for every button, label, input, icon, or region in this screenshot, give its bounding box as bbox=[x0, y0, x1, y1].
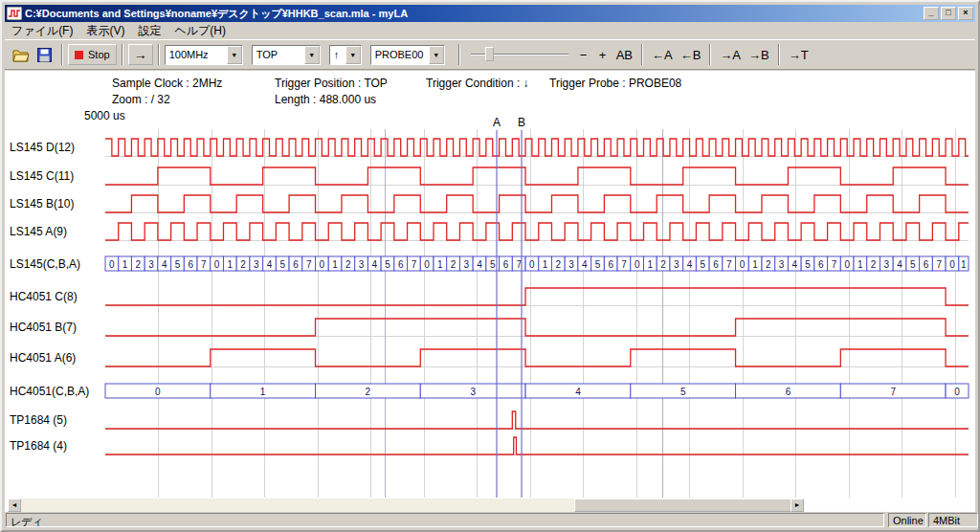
menu-item[interactable]: 設定 bbox=[131, 22, 167, 40]
toolbar-separator bbox=[122, 44, 123, 65]
menu-item[interactable]: ファイル(F) bbox=[5, 22, 79, 40]
chevron-down-icon[interactable]: ▼ bbox=[304, 46, 320, 64]
scrollbar-thumb[interactable] bbox=[574, 499, 792, 512]
toolbar-button[interactable]: →A bbox=[716, 46, 745, 64]
app-window: C:¥Documents and Settings¥noname¥デスクトップ¥… bbox=[0, 0, 980, 532]
channel-label[interactable]: LS145 A(9) bbox=[10, 225, 103, 238]
length-info: Length : 488.000 us bbox=[275, 93, 376, 106]
run-button[interactable]: → bbox=[128, 44, 153, 65]
toolbar-button[interactable]: ←A bbox=[648, 46, 677, 64]
channel-label[interactable]: HC4051 A(6) bbox=[10, 351, 103, 365]
sample-clock-info: Sample Clock : 2MHz bbox=[112, 77, 222, 90]
toolbar-button[interactable]: − bbox=[574, 46, 593, 64]
window-title: C:¥Documents and Settings¥noname¥デスクトップ¥… bbox=[25, 7, 922, 21]
toolbar-flat-buttons: −+AB←A←B→A→B→T bbox=[574, 44, 813, 65]
status-online-badge: Online bbox=[888, 513, 926, 527]
toolbar-separator bbox=[778, 44, 780, 65]
close-button[interactable]: × bbox=[958, 7, 973, 20]
trigger-probe-value: PROBE00 bbox=[371, 46, 428, 64]
statusbar: レディ Online 4MBit bbox=[5, 512, 975, 528]
stop-button-label: Stop bbox=[88, 49, 110, 60]
save-icon[interactable] bbox=[33, 45, 55, 64]
trigger-edge-select[interactable]: ↑ ▼ bbox=[329, 45, 362, 65]
sample-clock-value: 100MHz bbox=[166, 46, 212, 64]
toolbar-button[interactable]: AB bbox=[612, 46, 636, 64]
time-origin-label: 5000 us bbox=[84, 109, 125, 122]
toolbar-separator bbox=[458, 44, 460, 65]
scroll-left-icon[interactable]: ◄ bbox=[8, 499, 21, 512]
toolbar-button[interactable]: + bbox=[593, 46, 612, 64]
toolbar-button[interactable]: →T bbox=[785, 46, 813, 64]
channel-label[interactable]: TP1684 (5) bbox=[10, 413, 103, 427]
toolbar-separator bbox=[158, 44, 160, 65]
trigger-probe-info: Trigger Probe : PROBE08 bbox=[549, 77, 681, 90]
horizontal-scrollbar[interactable]: ◄ ► bbox=[8, 499, 804, 512]
app-icon bbox=[7, 7, 22, 20]
trigger-edge-value: ↑ bbox=[330, 46, 344, 64]
status-ready-text: レディ bbox=[6, 513, 884, 527]
toolbar-button[interactable]: ←B bbox=[677, 46, 705, 64]
channel-label[interactable]: HC4051 C(8) bbox=[10, 290, 103, 303]
chevron-down-icon[interactable]: ▼ bbox=[345, 46, 361, 64]
toolbar-button[interactable]: →B bbox=[745, 46, 773, 64]
trigger-position-info: Trigger Position : TOP bbox=[275, 77, 388, 90]
channel-label[interactable]: HC4051 B(7) bbox=[10, 321, 103, 334]
status-memory-badge: 4MBit bbox=[928, 513, 978, 527]
stop-button[interactable]: Stop bbox=[68, 44, 117, 65]
menu-item[interactable]: 表示(V) bbox=[79, 22, 131, 40]
scroll-right-icon[interactable]: ► bbox=[791, 499, 804, 512]
channel-label[interactable]: LS145 C(11) bbox=[10, 169, 103, 183]
menubar: ファイル(F)表示(V)設定ヘルプ(H) bbox=[5, 22, 975, 39]
trigger-position-select[interactable]: TOP ▼ bbox=[252, 45, 321, 65]
titlebar[interactable]: C:¥Documents and Settings¥noname¥デスクトップ¥… bbox=[5, 5, 975, 22]
sample-clock-select[interactable]: 100MHz ▼ bbox=[165, 45, 243, 65]
toolbar-separator bbox=[709, 44, 711, 65]
channel-label[interactable]: HC4051(C,B,A) bbox=[10, 385, 103, 398]
trigger-condition-info: Trigger Condition : ↓ bbox=[426, 77, 529, 90]
channel-label[interactable]: LS145(C,B,A) bbox=[10, 257, 103, 271]
zoom-info: Zoom : / 32 bbox=[112, 93, 170, 106]
trigger-position-value: TOP bbox=[253, 46, 281, 64]
stop-icon bbox=[75, 51, 83, 59]
minimize-button[interactable]: _ bbox=[924, 7, 939, 20]
chevron-down-icon[interactable]: ▼ bbox=[429, 46, 444, 64]
menu-item[interactable]: ヘルプ(H) bbox=[167, 22, 233, 40]
waveform-area[interactable] bbox=[105, 129, 969, 498]
chevron-down-icon[interactable]: ▼ bbox=[227, 46, 242, 64]
channel-label[interactable]: TP1684 (4) bbox=[10, 439, 103, 453]
toolbar-separator bbox=[641, 44, 643, 65]
zoom-slider[interactable] bbox=[471, 45, 568, 64]
channel-label[interactable]: LS145 B(10) bbox=[10, 197, 103, 211]
channel-label[interactable]: LS145 D(12) bbox=[10, 141, 103, 154]
toolbar-separator bbox=[61, 44, 63, 65]
toolbar: Stop → 100MHz ▼ TOP ▼ ↑ ▼ PROBE00 ▼ −+AB… bbox=[5, 39, 975, 70]
zoom-slider-handle[interactable] bbox=[485, 47, 494, 61]
maximize-button[interactable]: □ bbox=[941, 7, 956, 20]
trigger-probe-select[interactable]: PROBE00 ▼ bbox=[370, 45, 445, 65]
open-file-icon[interactable] bbox=[11, 45, 32, 64]
